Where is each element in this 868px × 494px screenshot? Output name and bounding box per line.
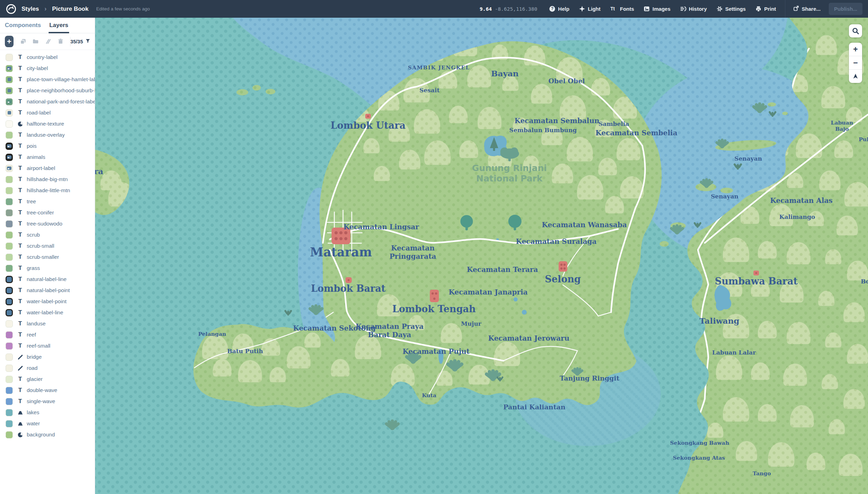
layer-row-double-wave[interactable]: Tdouble-wave <box>0 385 95 396</box>
compass-button[interactable] <box>849 69 862 83</box>
zoom-in-button[interactable]: + <box>849 43 862 56</box>
tab-layers[interactable]: Layers <box>49 18 68 33</box>
menu-settings-button[interactable]: Settings <box>716 6 746 12</box>
layer-type-symbol-icon: T <box>17 331 23 338</box>
layer-swatch <box>6 231 13 239</box>
layer-row-water[interactable]: water <box>0 418 95 429</box>
layer-row-country-label[interactable]: Tcountry-label <box>0 52 95 63</box>
menu-fonts-button[interactable]: TtFonts <box>610 6 634 12</box>
layer-row-background[interactable]: background <box>0 429 95 440</box>
layer-name: hillshade-little-mtn <box>27 187 70 194</box>
mapbox-logo-icon[interactable] <box>6 3 17 15</box>
center-coordinates: -8.625,116.380 <box>495 6 537 12</box>
layer-row-scrub[interactable]: Tscrub <box>0 229 95 240</box>
layer-row-reef-small[interactable]: Treef-small <box>0 340 95 351</box>
settings-icon <box>716 6 723 12</box>
layer-row-reef[interactable]: Treef <box>0 329 95 340</box>
group-layer-icon[interactable] <box>32 38 39 45</box>
layer-swatch <box>6 120 13 128</box>
layer-type-symbol-icon: T <box>17 242 23 249</box>
layer-row-glacier[interactable]: Tglacier <box>0 374 95 385</box>
layer-row-airport-label[interactable]: Tairport-label <box>0 163 95 174</box>
layer-action-icons <box>20 38 64 45</box>
layer-swatch <box>6 154 13 161</box>
layer-name: grass <box>27 265 40 271</box>
add-layer-button[interactable]: + <box>5 36 14 47</box>
layer-name: place-town-village-hamlet-label <box>27 76 95 83</box>
layer-name: city-label <box>27 65 48 71</box>
layer-row-road[interactable]: road <box>0 363 95 374</box>
layer-row-halftone-texture[interactable]: halftone-texture <box>0 118 95 129</box>
layer-swatch <box>6 398 13 405</box>
layer-row-grass[interactable]: Tgrass <box>0 263 95 274</box>
layer-type-symbol-icon: T <box>17 143 23 150</box>
hide-layer-icon[interactable] <box>45 38 51 45</box>
share-button[interactable]: Share... <box>793 5 820 12</box>
menu-light-button[interactable]: Light <box>579 6 601 12</box>
layer-type-line-icon <box>17 365 23 371</box>
layer-row-tree-conifer[interactable]: Ttree-conifer <box>0 207 95 218</box>
layer-swatch <box>6 220 13 228</box>
breadcrumb-styles[interactable]: Styles <box>22 6 39 12</box>
layer-row-place-neighborhood-suburb-l[interactable]: Tplace-neighborhood-suburb-l... <box>0 85 95 96</box>
layer-row-tree[interactable]: Ttree <box>0 196 95 207</box>
layer-swatch <box>6 242 13 250</box>
menu-history-button[interactable]: History <box>680 6 707 12</box>
layer-name: landuse-overlay <box>27 132 65 138</box>
layer-row-pois[interactable]: Tpois <box>0 140 95 152</box>
layer-row-natural-label-point[interactable]: Tnatural-label-point <box>0 285 95 296</box>
layer-name: double-wave <box>27 387 57 393</box>
layer-swatch <box>6 131 13 139</box>
layer-type-globe-icon <box>17 432 23 438</box>
layer-row-bridge[interactable]: bridge <box>0 351 95 363</box>
layer-name: road-label <box>27 110 51 116</box>
menu-images-button[interactable]: Images <box>643 6 670 12</box>
layer-name: scrub-small <box>27 243 54 249</box>
layer-swatch <box>6 265 13 272</box>
topbar-divider <box>785 0 785 18</box>
layer-row-hillshade-big-mtn[interactable]: Thillshade-big-mtn <box>0 174 95 185</box>
layer-name: landuse <box>27 321 45 327</box>
layer-row-hillshade-little-mtn[interactable]: Thillshade-little-mtn <box>0 185 95 196</box>
layer-swatch <box>6 309 13 316</box>
layer-type-symbol-icon: T <box>17 231 23 238</box>
tab-components[interactable]: Components <box>5 18 41 33</box>
layer-filter[interactable]: 35/35 <box>70 38 91 45</box>
layer-row-road-label[interactable]: Troad-label <box>0 107 95 118</box>
layer-name: place-neighborhood-suburb-l... <box>27 87 95 94</box>
layer-row-national-park-and-forest-label[interactable]: Tnational-park-and-forest-label <box>0 96 95 107</box>
layer-row-natural-label-line[interactable]: Tnatural-label-line <box>0 274 95 285</box>
layer-row-city-label[interactable]: Tcity-label <box>0 63 95 74</box>
layer-row-landuse[interactable]: Tlanduse <box>0 318 95 329</box>
layer-row-water-label-point[interactable]: Twater-label-point <box>0 296 95 307</box>
layer-name: airport-label <box>27 165 55 171</box>
layer-swatch <box>6 298 13 305</box>
layer-name: pois <box>27 143 36 149</box>
layer-list: Tcountry-labelTcity-labelTplace-town-vil… <box>0 50 95 494</box>
mapbox-studio-app: Styles › Picture Book Edited a few secon… <box>0 0 868 494</box>
delete-layer-icon[interactable] <box>57 38 64 45</box>
layer-swatch <box>6 165 13 172</box>
layer-row-water-label-line[interactable]: Twater-label-line <box>0 307 95 318</box>
map-search-button[interactable] <box>849 24 862 37</box>
layer-row-landuse-overlay[interactable]: Tlanduse-overlay <box>0 129 95 140</box>
map-canvas[interactable]: SAMBIK JENGKELBayanObel ObelSesaitLombok… <box>95 18 868 494</box>
map-zoom-controls: + − <box>849 43 862 83</box>
duplicate-layer-icon[interactable] <box>20 38 26 45</box>
layer-row-scrub-small[interactable]: Tscrub-small <box>0 240 95 252</box>
layer-row-place-town-village-hamlet-label[interactable]: Tplace-town-village-hamlet-label <box>0 74 95 85</box>
menu-help-button[interactable]: ?Help <box>549 6 569 12</box>
layer-name: country-label <box>27 54 58 60</box>
layer-type-symbol-icon: T <box>17 109 23 116</box>
layer-row-lakes[interactable]: lakes <box>0 407 95 418</box>
layer-row-animals[interactable]: Tanimals <box>0 152 95 163</box>
publish-button[interactable]: Publish... <box>829 3 862 15</box>
layer-name: tree-sudowodo <box>27 221 62 227</box>
topbar-menu: ?HelpLightTtFontsImagesHistorySettingsPr… <box>549 6 776 12</box>
layer-row-tree-sudowodo[interactable]: Ttree-sudowodo <box>0 218 95 229</box>
layer-type-symbol-icon: T <box>17 187 23 194</box>
layer-row-scrub-smaller[interactable]: Tscrub-smaller <box>0 252 95 263</box>
menu-print-button[interactable]: Print <box>755 6 776 12</box>
layer-row-single-wave[interactable]: Tsingle-wave <box>0 396 95 407</box>
zoom-out-button[interactable]: − <box>849 56 862 69</box>
